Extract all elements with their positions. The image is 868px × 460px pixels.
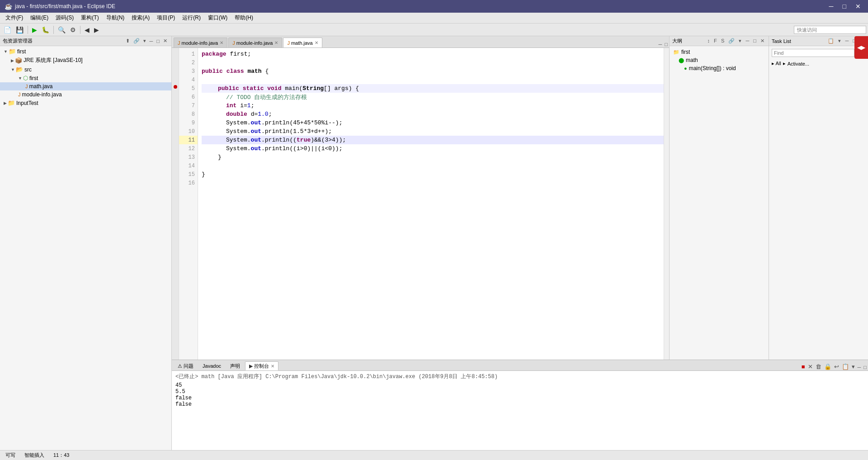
task-find-input[interactable] — [772, 49, 854, 57]
outline-hide-fields[interactable]: F — [712, 38, 718, 44]
menu-source[interactable]: 源码(S) — [52, 13, 77, 23]
expand-first-project[interactable]: ▼ — [4, 49, 8, 54]
maximize-button[interactable]: □ — [840, 2, 849, 11]
expand-jre[interactable]: ▶ — [11, 58, 14, 63]
outline-main-method[interactable]: ● main(String[]) : void — [671, 64, 767, 72]
jar-icon: 📦 — [15, 57, 22, 64]
outline-sort[interactable]: ↕ — [706, 38, 712, 44]
console-word-wrap[interactable]: ↩ — [833, 363, 840, 370]
outline-close[interactable]: ✕ — [759, 38, 766, 44]
tree-item-src[interactable]: ▼ 📂 src — [0, 65, 171, 74]
console-max[interactable]: □ — [862, 364, 868, 370]
console-header-line: <已终止> math [Java 应用程序] C:\Program Files\… — [175, 373, 864, 380]
menu-bar: 文件(F) 编辑(E) 源码(S) 重构(T) 导航(N) 搜索(A) 项目(P… — [0, 13, 868, 24]
pkg-max[interactable]: □ — [155, 38, 161, 44]
editor-panel-min[interactable]: ─ — [657, 41, 664, 47]
menu-help[interactable]: 帮助(H) — [231, 13, 257, 23]
menu-refactor[interactable]: 重构(T) — [77, 13, 102, 23]
toolbar-save[interactable]: 💾 — [14, 25, 25, 34]
expand-inputtest[interactable]: ▶ — [4, 101, 7, 105]
outline-tree: 📁 first ⬤ math ● main(String[]) : void — [670, 46, 769, 360]
menu-window[interactable]: 窗口(W) — [204, 13, 231, 23]
outline-menu[interactable]: ▾ — [737, 38, 743, 44]
tree-item-math-java[interactable]: J math.java — [0, 82, 171, 90]
menu-file[interactable]: 文件(F) — [2, 13, 27, 23]
outline-link[interactable]: 🔗 — [727, 38, 736, 44]
pkg-collapse[interactable]: ⬆ — [124, 38, 131, 44]
tab-label-module1: module-info.java — [182, 40, 218, 46]
quick-access-input[interactable] — [794, 26, 866, 34]
console-terminate[interactable]: ■ — [800, 363, 807, 370]
tree-item-module-info[interactable]: J module-info.java — [0, 90, 171, 99]
tab-declaration[interactable]: 声明 — [226, 361, 244, 370]
task-new[interactable]: 📋 — [826, 38, 835, 44]
line-numbers: 1 2 3 4 5 6 7 8 9 10 11 12 13 — [179, 48, 198, 360]
close-button[interactable]: ✕ — [853, 2, 863, 11]
toolbar-run[interactable]: ▶ — [30, 25, 39, 34]
pkg-close[interactable]: ✕ — [162, 38, 169, 44]
code-editor[interactable]: 1 2 3 4 5 6 7 8 9 10 11 12 13 — [172, 48, 669, 360]
tree-item-first-pkg[interactable]: ▼ ⬡ first — [0, 74, 171, 82]
editor-tab-bar: J module-info.java ✕ J module-info.java … — [172, 36, 669, 48]
console-clear[interactable]: 🗑 — [814, 363, 823, 370]
tab-problems[interactable]: ⚠ 问题 — [174, 361, 198, 370]
editor-right-margin — [664, 48, 669, 360]
toolbar-forward[interactable]: ▶ — [92, 25, 101, 34]
outline-min[interactable]: ─ — [744, 38, 750, 44]
menu-run[interactable]: 运行(R) — [179, 13, 204, 23]
toolbar-back[interactable]: ◀ — [83, 25, 91, 34]
status-insert: 智能插入 — [24, 452, 44, 459]
console-remove[interactable]: ✕ — [807, 363, 814, 370]
tab-close-module1[interactable]: ✕ — [220, 40, 223, 45]
bottom-panel: ⚠ 问题 Javadoc 声明 ▶ 控制台 ✕ ■ ✕ 🗑 — [172, 360, 868, 450]
tree-item-inputtest[interactable]: ▶ 📁 InputTest — [0, 99, 171, 107]
menu-search[interactable]: 搜索(A) — [128, 13, 153, 23]
tab-close-math[interactable]: ✕ — [315, 40, 318, 45]
task-menu[interactable]: ▾ — [837, 38, 842, 44]
outline-header-controls: ↕ F S 🔗 ▾ ─ □ ✕ — [706, 38, 766, 44]
expand-src[interactable]: ▼ — [11, 67, 15, 72]
deco-side-icon[interactable]: ◀▶ — [854, 36, 868, 59]
toolbar-settings[interactable]: ⚙ — [68, 25, 78, 34]
toolbar-search[interactable]: 🔍 — [56, 25, 67, 34]
outline-math-class[interactable]: ⬤ math — [671, 56, 767, 64]
tab-console[interactable]: ▶ 控制台 ✕ — [245, 361, 278, 370]
outline-first[interactable]: 📁 first — [671, 48, 767, 56]
task-min[interactable]: ─ — [844, 38, 850, 44]
bp-3 — [172, 65, 179, 74]
code-line-14 — [202, 161, 664, 170]
menu-edit[interactable]: 编辑(E) — [27, 13, 52, 23]
kw-package: package — [202, 51, 226, 57]
toolbar-new[interactable]: 📄 — [2, 25, 13, 34]
menu-navigate[interactable]: 导航(N) — [103, 13, 128, 23]
tab-console-close[interactable]: ✕ — [271, 364, 274, 369]
outline-max[interactable]: □ — [752, 38, 758, 44]
tab-module-info-2[interactable]: J module-info.java ✕ — [228, 38, 282, 47]
task-activate-label[interactable]: Activate... — [788, 61, 809, 66]
minimize-button[interactable]: ─ — [826, 2, 836, 11]
classname-math: math — [247, 68, 261, 75]
console-new[interactable]: 📋 — [840, 363, 850, 370]
pkg-min[interactable]: ─ — [148, 38, 155, 44]
linenum-5: 5 — [179, 84, 198, 93]
menu-project[interactable]: 项目(P) — [153, 13, 179, 23]
pkg-menu[interactable]: ▾ — [142, 38, 147, 44]
editor-panel-max[interactable]: □ — [663, 41, 669, 47]
pkg-link[interactable]: 🔗 — [132, 38, 141, 44]
outline-hide-static[interactable]: S — [720, 38, 726, 44]
tab-close-module2[interactable]: ✕ — [274, 40, 278, 45]
toolbar-debug[interactable]: 🐛 — [40, 25, 51, 34]
tab-javadoc[interactable]: Javadoc — [198, 361, 225, 370]
linenum-9: 9 — [179, 119, 198, 127]
tab-module-info-1[interactable]: J module-info.java ✕ — [174, 38, 227, 47]
expand-first-pkg[interactable]: ▼ — [18, 76, 22, 81]
tree-item-jre[interactable]: ▶ 📦 JRE 系统库 [JavaSE-10] — [0, 56, 171, 65]
window-controls: ─ □ ✕ — [826, 2, 863, 11]
tab-math-java[interactable]: J math.java ✕ — [283, 38, 322, 47]
task-all-row[interactable]: ▸ All ▸ Activate... — [772, 60, 865, 67]
tree-item-first-project[interactable]: ▼ 📁 first — [0, 47, 171, 56]
code-line-4 — [202, 76, 664, 84]
console-min[interactable]: ─ — [856, 364, 863, 370]
console-scroll-lock[interactable]: 🔒 — [823, 363, 833, 370]
console-menu[interactable]: ▾ — [850, 363, 856, 370]
